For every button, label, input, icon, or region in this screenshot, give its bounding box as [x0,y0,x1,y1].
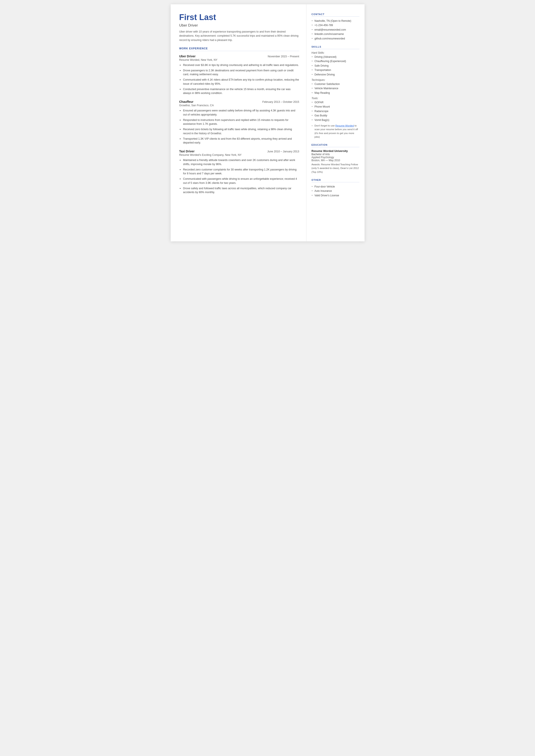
list-item: Vomit Bag(s) [312,118,359,122]
job-bullets: Received over $3.8K in tips by driving c… [179,63,299,95]
list-item: Defensive Driving [312,72,359,77]
candidate-summary: Uber driver with 10 years of experience … [179,30,299,42]
job-company: Resume Worded's Exciting Company, New Yo… [179,154,299,156]
job-block: Taxi DriverJune 2010 – January 2013Resum… [179,150,299,194]
list-item: Map Reading [312,91,359,95]
list-item: Responded to instructions from superviso… [179,118,299,126]
job-bullets: Ensured all passengers were seated safel… [179,109,299,145]
other-label: OTHER [312,179,359,182]
list-item: Driving (Advanced) [312,55,359,59]
list-item: Drove safely and followed traffic laws a… [179,186,299,195]
left-column: First Last Uber Driver Uber driver with … [171,4,306,241]
edu-dates: Boston, MA — May 2010 [312,159,359,162]
tools-label: Tools: [312,97,359,100]
list-item: Conducted preventive maintenance on the … [179,87,299,96]
list-item: Customer Satisfaction [312,82,359,86]
tools-list: GOFARPhone MountRadarscopeGas BuddyVomit… [312,100,359,122]
techniques-label: Techniques: [312,78,359,81]
list-item: Radarscope [312,109,359,113]
job-company: Resume Worded, New York, NY [179,58,299,61]
job-title: Uber Driver [179,55,196,58]
list-item: email@resumeworded.com [312,28,359,32]
list-item: Communicated with 4.1K riders about ETA … [179,78,299,86]
list-item: Transportation [312,68,359,72]
job-title: Taxi Driver [179,150,195,153]
list-item: GOFAR [312,100,359,104]
job-block: ChauffeurFebruary 2013 – October 2015Gro… [179,100,299,145]
contact-label: CONTACT [312,13,359,16]
job-header: Taxi DriverJune 2010 – January 2013 [179,150,299,153]
skills-label: SKILLS [312,45,359,49]
list-item: Ensured all passengers were seated safel… [179,109,299,117]
work-experience-label: WORK EXPERIENCE [179,47,299,51]
education-label: EDUCATION [312,144,359,147]
hard-skills-label: Hard Skills: [312,51,359,54]
job-title: Chauffeur [179,100,193,103]
list-item: Transported 1.3K VIP clients to and from… [179,137,299,145]
edu-school: Resume Worded University [312,149,359,153]
list-item: Auto Insurance [312,189,359,193]
list-item: Chauffeuring (Experienced) [312,59,359,63]
education-section: EDUCATION Resume Worded University Bache… [312,144,359,174]
contact-section: CONTACT Nashville, TN (Open to Remote)+1… [312,13,359,41]
list-item: Maintained a friendly attitude towards c… [179,158,299,166]
list-item: Gas Buddy [312,113,359,118]
edu-awards: Awards: Resume Worded Teaching Fellow (o… [312,163,359,174]
list-item: Safe Driving [312,64,359,68]
job-company: Growthsi, San Francisco, CA [179,104,299,107]
job-block: Uber DriverNovember 2015 – PresentResume… [179,55,299,95]
job-dates: February 2013 – October 2015 [263,100,299,103]
other-section: OTHER Four-door VehicleAuto InsuranceVal… [312,179,359,198]
list-item: linkedin.com/in/username [312,32,359,36]
skills-section: SKILLS Hard Skills: Driving (Advanced)Ch… [312,45,359,139]
contact-list: Nashville, TN (Open to Remote)+1-234-456… [312,19,359,41]
job-dates: June 2010 – January 2013 [267,150,299,153]
candidate-title: Uber Driver [179,23,299,28]
list-item: Recorded zero customer complaints for 30… [179,168,299,176]
list-item: +1-234-456-789 [312,23,359,27]
job-header: Uber DriverNovember 2015 – Present [179,55,299,58]
list-item: Valid Driver's License [312,193,359,198]
list-item: Received over $3.8K in tips by driving c… [179,63,299,67]
right-column: CONTACT Nashville, TN (Open to Remote)+1… [306,4,365,241]
edu-degree: Bachelor of Arts [312,153,359,156]
list-item: Four-door Vehicle [312,184,359,189]
jobs-container: Uber DriverNovember 2015 – PresentResume… [179,55,299,194]
rw-note: Don't forget to use Resume Worded to sca… [312,124,359,139]
candidate-name: First Last [179,13,299,22]
resume-page: First Last Uber Driver Uber driver with … [171,4,365,241]
list-item: Nashville, TN (Open to Remote) [312,19,359,23]
other-list: Four-door VehicleAuto InsuranceValid Dri… [312,184,359,198]
list-item: Vehicle Maintenance [312,86,359,91]
list-item: Communicated with passengers while drivi… [179,177,299,185]
hard-skills-list: Driving (Advanced)Chauffeuring (Experien… [312,55,359,77]
list-item: Received zero tickets by following all t… [179,127,299,136]
list-item: Phone Mount [312,104,359,109]
job-bullets: Maintained a friendly attitude towards c… [179,158,299,194]
list-item: Drove passengers to 2.3K destinations an… [179,69,299,77]
job-header: ChauffeurFebruary 2013 – October 2015 [179,100,299,103]
job-dates: November 2015 – Present [268,55,299,58]
list-item: github.com/resumeworded [312,37,359,41]
techniques-list: Customer SatisfactionVehicle Maintenance… [312,82,359,95]
edu-field: Applied Psychology [312,156,359,159]
rw-link[interactable]: Resume Worded [335,124,354,127]
